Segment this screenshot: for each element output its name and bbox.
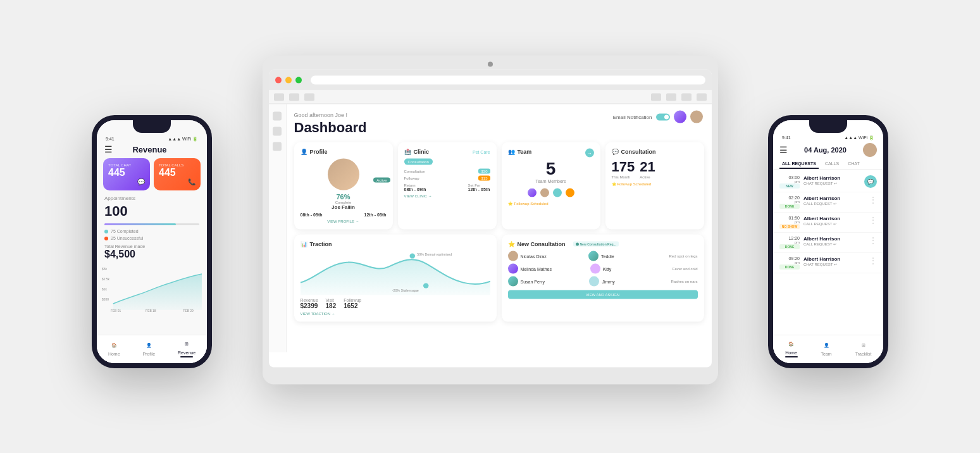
team-av4 bbox=[564, 187, 576, 199]
nav-home[interactable]: 🏠 Home bbox=[108, 340, 120, 356]
metric-calls-label: TOTAL CALLS bbox=[159, 163, 195, 167]
clinic-badge1: $30 bbox=[478, 169, 490, 174]
nav-revenue[interactable]: ⊞ Revenue bbox=[178, 339, 195, 357]
new-consultation-card: ⭐ New Consultation New Consultation Req.… bbox=[502, 235, 704, 322]
nav-underline bbox=[180, 356, 193, 357]
signal-right: ▲▲▲ WiFi 🔋 bbox=[844, 135, 874, 140]
time-right: 9:41 bbox=[782, 135, 791, 140]
svg-text:50% Domain optimised: 50% Domain optimised bbox=[417, 252, 452, 256]
clinic-row1: Consultation $30 bbox=[404, 169, 490, 174]
req-middle-4: Albert Harrison CALL REQUEST ↩ bbox=[803, 236, 865, 246]
consult-pet-3: Jimmy bbox=[602, 279, 668, 283]
phone-right-header: ☰ 04 Aug, 2020 bbox=[773, 140, 883, 159]
consult-topic-1: Red spot on legs bbox=[669, 254, 697, 258]
req-status-4: DONE bbox=[779, 244, 800, 249]
team-avatars bbox=[508, 187, 594, 199]
rph-home-icon: 🏠 bbox=[786, 339, 797, 349]
rph-nav-team[interactable]: 👤 Team bbox=[821, 340, 832, 356]
req-left-5: 09:20 am DONE bbox=[779, 256, 800, 270]
req-more-4[interactable]: ⋮ bbox=[869, 236, 877, 245]
clinic-times: Return 08th - 09th Set For 12th - 05th bbox=[404, 183, 490, 192]
svg-text:$1k: $1k bbox=[102, 288, 107, 291]
rph-date: 04 Aug, 2020 bbox=[804, 146, 847, 154]
toolbar bbox=[269, 90, 712, 104]
consult-pet-2: Kitty bbox=[603, 266, 670, 271]
tab-all-requests[interactable]: ALL REQUESTS bbox=[779, 159, 819, 169]
consult-active: 21 bbox=[640, 159, 655, 175]
consult-name-1: Nicolas Diraz bbox=[521, 254, 586, 258]
completed-dot bbox=[104, 230, 108, 233]
hamburger-icon[interactable]: ☰ bbox=[104, 144, 113, 154]
profile-tag: Active bbox=[373, 178, 390, 183]
request-item-1: 03:00 pm NEW Albert Harrison CHAT REQUES… bbox=[773, 172, 883, 192]
phone-right-notch bbox=[809, 120, 847, 133]
profile-icon: 👤 bbox=[301, 149, 307, 155]
toolbar-btn3 bbox=[304, 93, 314, 101]
req-name-1: Albert Harrison bbox=[803, 175, 860, 181]
request-item-3: 01:50 pm NO SHOW Albert Harrison CALL RE… bbox=[773, 213, 883, 233]
consult-row-1: Nicolas Diraz Teddie Red spot on legs bbox=[508, 251, 698, 261]
clinic-row2: Followup $15 bbox=[404, 176, 490, 181]
metric-calls-card: TOTAL CALLS 445 📞 bbox=[154, 158, 201, 190]
req-more-3[interactable]: ⋮ bbox=[869, 216, 877, 225]
rph-team-icon: 👤 bbox=[821, 340, 831, 351]
clinic-card: 🏥 Clinic Pet Care Consultation Consultat… bbox=[398, 142, 497, 230]
team-badge: ⭐ Followup Scheduled bbox=[508, 201, 594, 206]
profile-circle bbox=[328, 159, 359, 190]
nav-profile[interactable]: 👤 Profile bbox=[142, 340, 155, 356]
req-more-5[interactable]: ⋮ bbox=[869, 256, 877, 265]
progress-bar-fill bbox=[104, 223, 176, 225]
tablet-camera bbox=[488, 62, 493, 67]
consult-active-label: Active bbox=[640, 175, 655, 179]
visit-val: 182 bbox=[326, 302, 337, 309]
req-time-2: 02:20 bbox=[779, 195, 800, 200]
toolbar-btn1 bbox=[274, 93, 284, 101]
req-status-5: DONE bbox=[779, 264, 800, 270]
consultation-card: 💬 Consultation 175 This Month 21 Active bbox=[605, 142, 704, 230]
traction-card: 📊 Traction bbox=[294, 235, 497, 322]
sidebar-icon2 bbox=[273, 127, 282, 136]
metric-calls-value: 445 bbox=[159, 167, 195, 178]
phone-left-notch bbox=[133, 120, 171, 133]
consultation-tab[interactable]: Consultation bbox=[404, 159, 433, 165]
rph-tracklist-icon: ⊞ bbox=[859, 340, 869, 351]
toggle-pill[interactable] bbox=[656, 113, 670, 120]
clinic-time1: 08th - 09th bbox=[404, 187, 426, 192]
appointments-value: 100 bbox=[97, 203, 207, 220]
req-left-2: 02:20 pm DONE bbox=[779, 195, 800, 209]
consult-av-1 bbox=[508, 251, 518, 261]
clinic-link[interactable]: VIEW CLINIC → bbox=[404, 194, 490, 198]
team-arrow[interactable]: → bbox=[585, 149, 594, 158]
clinic-time2: 12th - 05th bbox=[468, 187, 490, 192]
traction-link[interactable]: VIEW TRACTION → bbox=[301, 312, 490, 316]
toolbar-btn6 bbox=[681, 93, 692, 101]
pet-care-tab[interactable]: Pet Care bbox=[473, 149, 490, 154]
svg-text:$5k: $5k bbox=[102, 268, 107, 271]
chat-btn-1[interactable]: 💬 bbox=[864, 175, 877, 188]
rph-nav-tracklist[interactable]: ⊞ Tracklist bbox=[855, 340, 872, 356]
phone-left: 9:41 ▲▲▲ WiFi 🔋 ☰ Revenue TOTAL CHAT 445… bbox=[92, 115, 212, 368]
consult-name-3: Susan Perry bbox=[521, 279, 587, 283]
total-revenue-label: Total Revenue made bbox=[104, 244, 199, 249]
profile-name: Joe Fallin bbox=[301, 204, 387, 210]
progress-bar-bg bbox=[104, 223, 199, 225]
rph-nav-home[interactable]: 🏠 Home bbox=[785, 339, 798, 357]
svg-text:FEB 29: FEB 29 bbox=[183, 309, 194, 313]
team-av1 bbox=[526, 187, 538, 199]
tab-calls[interactable]: CALLS bbox=[822, 159, 841, 169]
consult-row-3: Susan Perry Jimmy Rashes on ears bbox=[508, 276, 698, 287]
view-assign-button[interactable]: VIEW AND ASSIGN bbox=[508, 290, 698, 299]
req-more-2[interactable]: ⋮ bbox=[869, 195, 877, 204]
tab-chat[interactable]: CHAT bbox=[845, 159, 862, 169]
req-name-3: Albert Harrison bbox=[803, 216, 865, 221]
stat-visit: Visit 182 bbox=[326, 298, 337, 309]
req-left-4: 12:20 pm DONE bbox=[779, 236, 800, 249]
dot-green bbox=[295, 77, 302, 84]
clinic-tabs: Consultation bbox=[404, 159, 490, 165]
req-time-5: 09:20 bbox=[779, 256, 800, 261]
profile-link[interactable]: VIEW PROFILE → bbox=[301, 220, 387, 223]
hamburger-icon-right[interactable]: ☰ bbox=[779, 145, 788, 155]
chat-icon-sm: 💬 bbox=[108, 178, 145, 185]
consult-av-2 bbox=[508, 264, 518, 274]
top-cards: 👤 Profile 76% Complete Joe Fallin Active… bbox=[294, 142, 704, 230]
